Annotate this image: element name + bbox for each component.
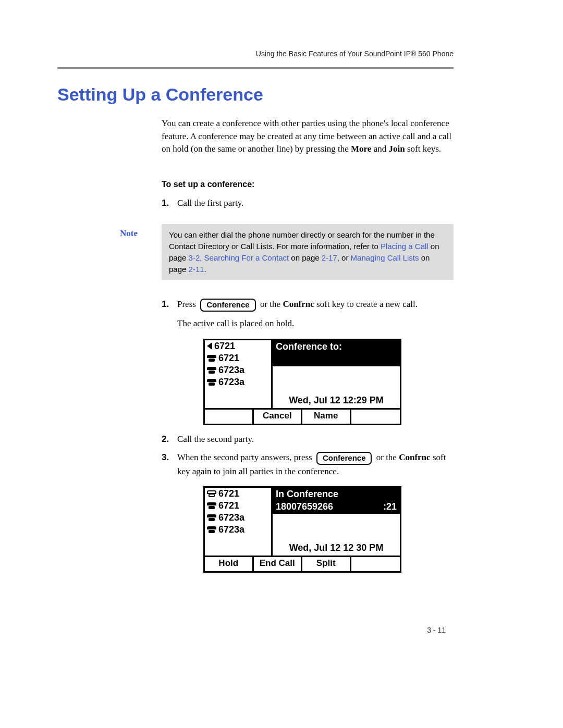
text: or the	[374, 452, 399, 462]
link-managing-call-lists[interactable]: Managing Call Lists	[351, 253, 419, 262]
text: Press	[177, 299, 198, 309]
line-keys: 6721 6721 6723a 6723a	[205, 488, 273, 556]
line-label: 6723a	[218, 377, 244, 388]
step-num: 3.	[162, 451, 177, 464]
step-2: 2. Call the second party.	[162, 433, 454, 446]
triangle-left-icon	[207, 342, 212, 350]
confrnc-key: Confrnc	[283, 299, 314, 309]
screen-editbox	[273, 353, 400, 366]
phone-icon	[207, 355, 216, 362]
conference-button: Conference	[316, 452, 372, 465]
text: When the second party answers, press	[177, 452, 314, 462]
phone-screen-2: 6721 6721 6723a 6723a In Conference 1800…	[203, 486, 401, 573]
line-keys: 6721 6721 6723a 6723a	[205, 340, 273, 408]
phone-icon	[207, 502, 216, 509]
more-key: More	[351, 144, 371, 154]
softkey	[205, 410, 254, 424]
step-num: 2.	[162, 433, 177, 446]
screen-editbox: 18007659266 :21	[273, 500, 400, 514]
line-label: 6723a	[218, 524, 244, 535]
line-label: 6723a	[218, 365, 244, 376]
screen-datetime: Wed, Jul 12 12:29 PM	[273, 395, 400, 406]
screen-title: Conference to:	[273, 340, 400, 353]
link-searching-contact[interactable]: Searching For a Contact	[204, 253, 289, 262]
softkey	[351, 410, 400, 424]
page-number: 3 - 11	[427, 626, 446, 634]
softkey	[351, 557, 400, 571]
softkey-hold: Hold	[205, 557, 254, 571]
step-1b: 1. Press Conference or the Confrnc soft …	[162, 298, 454, 312]
line-key: 6721	[205, 488, 271, 500]
phone-icon	[207, 514, 216, 521]
note-text: , or	[337, 253, 351, 262]
line-label: 6723a	[218, 512, 244, 523]
step-1: 1. Call the first party.	[162, 196, 454, 210]
line-key: 6723a	[205, 524, 271, 536]
line-label: 6721	[218, 353, 239, 364]
step-num: 1.	[162, 298, 177, 311]
line-key: 6721	[205, 352, 271, 364]
line-label: 6721	[218, 500, 239, 511]
screen-datetime: Wed, Jul 12 12 30 PM	[273, 542, 400, 553]
note-body: You can either dial the phone number dir…	[162, 224, 454, 280]
page-ref-1[interactable]: 3-2	[189, 253, 200, 262]
edit-right: :21	[383, 501, 397, 513]
phone-icon	[207, 379, 216, 386]
step-text: Call the second party.	[177, 433, 454, 446]
note-text: .	[204, 265, 206, 274]
line-key: 6723a	[205, 512, 271, 524]
step-text: Press Conference or the Confrnc soft key…	[177, 298, 454, 312]
softkeys: Hold End Call Split	[205, 556, 400, 571]
step-num: 1.	[162, 196, 177, 210]
phone-outline-icon	[207, 490, 216, 497]
running-head: Using the Basic Features of Your SoundPo…	[57, 50, 454, 58]
text: soft key to create a new call.	[314, 299, 418, 309]
softkey-endcall: End Call	[254, 557, 303, 571]
line-key: 6721	[205, 340, 271, 352]
phone-screen-1: 6721 6721 6723a 6723a Conference to: Wed…	[203, 339, 401, 425]
step-3: 3. When the second party answers, press …	[162, 451, 454, 478]
edit-left: 18007659266	[276, 501, 333, 513]
line-key: 6723a	[205, 376, 271, 388]
softkeys: Cancel Name	[205, 408, 400, 424]
join-key: Join	[388, 144, 405, 154]
page-ref-2[interactable]: 2-17	[322, 253, 337, 262]
step-text: When the second party answers, press Con…	[177, 451, 454, 478]
confrnc-key: Confrnc	[399, 452, 430, 462]
conference-button: Conference	[200, 299, 256, 312]
intro-paragraph: You can create a conference with other p…	[162, 117, 454, 156]
phone-icon	[207, 526, 216, 533]
softkey-name: Name	[302, 410, 351, 424]
header-rule	[57, 67, 454, 69]
line-key: 6721	[205, 500, 271, 512]
phone-icon	[207, 367, 216, 374]
step-text: Call the first party.	[177, 196, 454, 210]
note-block: Note You can either dial the phone numbe…	[120, 224, 454, 280]
link-placing-call[interactable]: Placing a Call	[381, 242, 429, 251]
text: or the	[258, 299, 283, 309]
line-label: 6721	[218, 488, 239, 499]
followup-text: The active call is placed on hold.	[177, 317, 454, 330]
note-text: on page	[289, 253, 322, 262]
page-ref-3[interactable]: 2-11	[189, 265, 204, 274]
page-title: Setting Up a Conference	[57, 84, 454, 105]
line-key: 6723a	[205, 364, 271, 376]
intro-tail: soft keys.	[405, 144, 441, 154]
line-label: 6721	[214, 341, 235, 352]
softkey-split: Split	[302, 557, 351, 571]
note-label: Note	[120, 224, 162, 280]
intro-and: and	[371, 144, 388, 154]
softkey-cancel: Cancel	[254, 410, 303, 424]
screen-title: In Conference	[273, 488, 400, 500]
note-text: ,	[200, 253, 204, 262]
subhead: To set up a conference:	[162, 180, 454, 189]
